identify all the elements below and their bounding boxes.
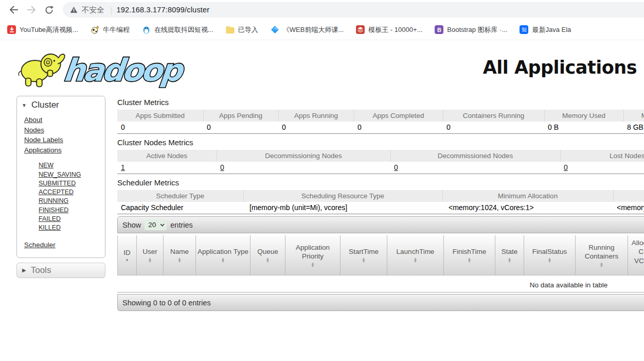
table-header-row: Apps Submitted Apps Pending Apps Running… (117, 110, 644, 122)
column-header-finishtime[interactable]: FinishTime ▲▼ (444, 235, 495, 276)
sidebar-item-killed[interactable]: KILLED (39, 224, 102, 232)
back-icon[interactable] (5, 1, 23, 19)
column-header: Apps Completed (354, 110, 443, 122)
bookmark-mobanwang[interactable]: 模板王 - 10000+... (356, 25, 422, 35)
column-header: Apps Submitted (117, 110, 203, 122)
column-header: Scheduling Resource Type (243, 190, 442, 202)
showing-entries-text: Showing 0 to 0 of 0 entries (122, 299, 211, 307)
cluster-panel: ▼ Cluster About Nodes Node Labels Applic… (16, 96, 105, 258)
penguin-icon (142, 25, 151, 34)
page-title: All Applications (483, 57, 639, 78)
column-header-name[interactable]: Name ▲▼ (164, 235, 196, 276)
bookmark-web-course[interactable]: 《WEB前端大师课... (271, 25, 344, 35)
entries-select-box: 20 (145, 219, 167, 230)
entries-select[interactable]: 20 (145, 219, 167, 230)
sidebar-item-running[interactable]: RUNNING (39, 197, 102, 205)
column-header-launchtime[interactable]: LaunchTime ▲▼ (387, 235, 444, 276)
main-content: Cluster Metrics Apps Submitted Apps Pend… (105, 96, 644, 311)
cluster-panel-header[interactable]: ▼ Cluster (17, 96, 105, 113)
column-header-application-type[interactable]: Application Type ▲▼ (196, 235, 251, 276)
cluster-panel-title: Cluster (31, 100, 59, 110)
hadoop-elephant-icon (14, 46, 66, 89)
bootstrap-icon: B (435, 25, 443, 34)
column-header: Maximum Allocation (613, 190, 644, 202)
metric-value: 0 B (544, 122, 623, 134)
sidebar-item-node-labels[interactable]: Node Labels (24, 135, 102, 145)
application-state-links: NEW NEW_SAVING SUBMITTED ACCEPTED RUNNIN… (39, 161, 102, 232)
column-header-application-priority[interactable]: Application Priority ▲▼ (285, 235, 341, 276)
column-header: Decommissioning Nodes (217, 150, 390, 162)
column-header-starttime[interactable]: StartTime ▲▼ (341, 235, 387, 276)
sidebar-item-scheduler[interactable]: Scheduler (24, 240, 102, 250)
bookmark-niuniu[interactable]: 牛牛编程 (91, 25, 130, 35)
sidebar-item-finished[interactable]: FINISHED (39, 206, 102, 215)
bookmarks-bar: YouTube高清视频... 牛牛编程 在线提取抖因短视... 已导入 《WEB… (0, 20, 644, 40)
metric-value: <memory:1024, vCores:1> (442, 202, 613, 214)
sidebar-item-new-saving[interactable]: NEW_SAVING (39, 170, 102, 179)
sidebar-item-about[interactable]: About (24, 115, 102, 125)
chevron-right-icon: ▶ (22, 267, 26, 273)
cluster-panel-body: About Nodes Node Labels Applications NEW… (17, 113, 105, 257)
column-header-queue[interactable]: Queue ▲▼ (251, 235, 285, 276)
bookmark-bootstrap[interactable]: B Bootstrap 图标库 ·... (435, 25, 507, 35)
cluster-metrics-heading: Cluster Metrics (117, 98, 644, 107)
address-bar[interactable]: 不安全 | 192.168.3.177:8099/cluster (63, 2, 644, 18)
table-row: Capacity Scheduler [memory-mb (unit=Mi),… (117, 202, 644, 214)
reload-icon[interactable] (40, 1, 58, 19)
sidebar-item-applications[interactable]: Applications (24, 145, 102, 156)
blue-diamond-icon (271, 25, 279, 34)
sort-icon: ▲▼ (468, 258, 471, 263)
metric-value: 8 GB (623, 122, 644, 134)
cluster-metrics-table: Apps Submitted Apps Pending Apps Running… (117, 110, 644, 134)
column-header-state[interactable]: State ▲▼ (495, 235, 524, 276)
folder-icon (226, 25, 235, 34)
datatable-info-bar: Showing 0 to 0 of 0 entries (117, 294, 644, 311)
tools-panel-header[interactable]: ▶ Tools (16, 263, 105, 278)
active-nodes-link[interactable]: 1 (121, 163, 125, 171)
table-row: 0 0 0 0 0 0 B 8 GB (117, 122, 644, 134)
metric-value: 0 (354, 122, 443, 134)
sidebar-item-submitted[interactable]: SUBMITTED (39, 179, 102, 188)
not-secure-warning-icon (70, 6, 78, 13)
bookmark-label: 已导入 (238, 25, 258, 35)
tools-panel-title: Tools (31, 265, 51, 276)
column-header-allocated-cpu-vcores[interactable]: Allocated CPU VCores ▲▼ (628, 235, 644, 276)
empty-table-message: No data available in table (117, 279, 644, 293)
sidebar-item-nodes[interactable]: Nodes (24, 125, 102, 135)
metric-value: 0 (278, 122, 354, 134)
lost-nodes-link[interactable]: 0 (564, 163, 568, 171)
column-header-user[interactable]: User ▲▼ (137, 235, 164, 276)
column-header: Apps Running (278, 110, 354, 122)
column-header-id[interactable]: ID ▼ (117, 235, 137, 276)
sort-icon: ▲▼ (148, 258, 152, 263)
bookmark-zhihu[interactable]: 知 最新Java Ela (520, 25, 571, 35)
column-header: Lost Nodes (560, 150, 644, 162)
sort-icon: ▲▼ (362, 258, 365, 263)
column-header-finalstatus[interactable]: FinalStatus ▲▼ (524, 235, 576, 276)
forward-icon[interactable] (23, 1, 40, 19)
sidebar: ▼ Cluster About Nodes Node Labels Applic… (0, 96, 105, 278)
column-header: Decommissioned Nodes (390, 150, 560, 162)
column-header-running-containers[interactable]: Running Containers ▲▼ (576, 235, 628, 276)
sidebar-item-failed[interactable]: FAILED (39, 215, 102, 224)
sidebar-item-new[interactable]: NEW (39, 161, 102, 170)
bookmark-douyin-extract[interactable]: 在线提取抖因短视... (142, 25, 213, 35)
bookmark-imported-folder[interactable]: 已导入 (226, 25, 258, 35)
sort-icon: ▲▼ (311, 263, 314, 267)
bookmark-label: Bootstrap 图标库 ·... (447, 25, 507, 35)
column-header: Containers Running (443, 110, 544, 122)
decommissioning-nodes-link[interactable]: 0 (220, 163, 224, 171)
column-header: Memory Used (544, 110, 623, 122)
sidebar-item-accepted[interactable]: ACCEPTED (39, 188, 102, 197)
bookmark-label: 牛牛编程 (103, 25, 130, 35)
metric-value: 0 (203, 122, 278, 134)
sort-icon: ▲▼ (266, 258, 270, 263)
bookmark-label: YouTube高清视频... (20, 25, 78, 35)
cow-icon (91, 25, 99, 34)
table-header-row: Scheduler Type Scheduling Resource Type … (117, 190, 644, 202)
decommissioned-nodes-link[interactable]: 0 (394, 163, 398, 171)
chevron-down-icon: ▼ (22, 102, 27, 108)
column-header: Active Nodes (117, 150, 217, 162)
sort-desc-icon: ▼ (125, 259, 129, 262)
bookmark-youtube[interactable]: YouTube高清视频... (7, 25, 78, 35)
